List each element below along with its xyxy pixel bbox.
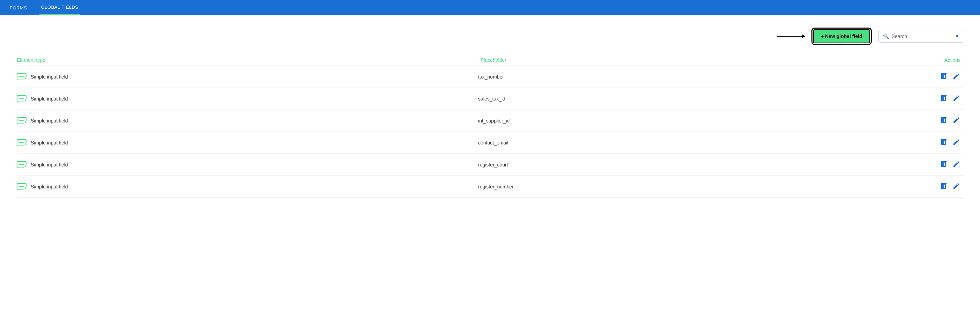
edit-button[interactable] bbox=[952, 116, 961, 126]
field-type-icon bbox=[17, 117, 27, 124]
edit-button[interactable] bbox=[952, 182, 961, 191]
col-header-element-type: Element type bbox=[17, 57, 480, 63]
placeholder-cell: register_number bbox=[478, 184, 940, 189]
element-type-label: Simple input field bbox=[31, 74, 68, 80]
search-icon: 🔍 bbox=[883, 33, 889, 39]
element-type-cell: Simple input field bbox=[17, 161, 478, 168]
element-type-cell: Simple input field bbox=[17, 183, 478, 190]
actions-cell bbox=[940, 94, 963, 104]
trash-icon bbox=[941, 95, 947, 101]
actions-cell bbox=[940, 182, 963, 192]
placeholder-cell: sales_tax_id bbox=[478, 96, 940, 102]
delete-button[interactable] bbox=[940, 137, 948, 148]
edit-button[interactable] bbox=[952, 72, 961, 82]
search-container: 🔍 × bbox=[878, 30, 963, 43]
placeholder-cell: tax_number bbox=[478, 74, 940, 80]
col-header-actions: Actions bbox=[944, 57, 963, 63]
nav-item-global-fields[interactable]: GLOBAL FIELDS bbox=[40, 0, 80, 15]
trash-icon bbox=[941, 161, 947, 167]
navbar: FORMS GLOBAL FIELDS bbox=[0, 0, 980, 15]
pencil-icon bbox=[953, 117, 959, 123]
element-type-label: Simple input field bbox=[31, 162, 68, 167]
edit-button[interactable] bbox=[952, 138, 961, 148]
search-clear-button[interactable]: × bbox=[956, 33, 959, 40]
table-header: Element type Placeholder Actions bbox=[17, 54, 963, 66]
delete-button[interactable] bbox=[940, 94, 948, 104]
edit-button[interactable] bbox=[952, 160, 961, 170]
actions-cell bbox=[940, 137, 963, 148]
table-row: Simple input field sales_tax_id bbox=[17, 88, 963, 110]
data-table: Element type Placeholder Actions Simple … bbox=[17, 54, 963, 198]
delete-button[interactable] bbox=[940, 159, 948, 170]
search-input[interactable] bbox=[892, 33, 953, 39]
pencil-icon bbox=[953, 183, 959, 189]
table-row: Simple input field tax_number bbox=[17, 66, 963, 88]
element-type-cell: Simple input field bbox=[17, 73, 478, 80]
element-type-label: Simple input field bbox=[31, 96, 68, 102]
trash-icon bbox=[941, 117, 947, 123]
pencil-icon bbox=[953, 95, 959, 101]
placeholder-cell: int_supplier_id bbox=[478, 118, 940, 124]
trash-icon bbox=[941, 183, 947, 189]
new-global-field-button[interactable]: + New global field bbox=[813, 29, 870, 43]
element-type-cell: Simple input field bbox=[17, 95, 478, 102]
actions-cell bbox=[940, 159, 963, 170]
table-row: Simple input field register_number bbox=[17, 176, 963, 198]
delete-button[interactable] bbox=[940, 182, 948, 192]
delete-button[interactable] bbox=[940, 116, 948, 126]
arrow-indicator bbox=[777, 36, 805, 37]
toolbar: + New global field 🔍 × bbox=[17, 29, 963, 43]
actions-cell bbox=[940, 116, 963, 126]
field-type-icon bbox=[17, 73, 27, 80]
table-row: Simple input field int_supplier_id bbox=[17, 110, 963, 132]
placeholder-cell: register_court bbox=[478, 162, 940, 167]
field-type-icon bbox=[17, 139, 27, 146]
table-row: Simple input field contact_email bbox=[17, 132, 963, 154]
element-type-cell: Simple input field bbox=[17, 139, 478, 146]
element-type-label: Simple input field bbox=[31, 118, 68, 124]
placeholder-cell: contact_email bbox=[478, 140, 940, 145]
main-content: + New global field 🔍 × Element type Plac… bbox=[0, 15, 980, 328]
element-type-cell: Simple input field bbox=[17, 117, 478, 124]
arrow-line bbox=[777, 36, 805, 37]
trash-icon bbox=[941, 73, 947, 79]
field-type-icon bbox=[17, 95, 27, 102]
pencil-icon bbox=[953, 73, 959, 79]
trash-icon bbox=[941, 139, 947, 145]
col-header-placeholder: Placeholder bbox=[480, 57, 944, 63]
pencil-icon bbox=[953, 161, 959, 167]
pencil-icon bbox=[953, 139, 959, 145]
actions-cell bbox=[940, 72, 963, 82]
field-type-icon bbox=[17, 183, 27, 190]
field-type-icon bbox=[17, 161, 27, 168]
edit-button[interactable] bbox=[952, 94, 961, 103]
element-type-label: Simple input field bbox=[31, 184, 68, 189]
delete-button[interactable] bbox=[940, 72, 948, 82]
table-row: Simple input field register_court bbox=[17, 154, 963, 176]
nav-item-forms[interactable]: FORMS bbox=[8, 0, 28, 15]
element-type-label: Simple input field bbox=[31, 140, 68, 145]
